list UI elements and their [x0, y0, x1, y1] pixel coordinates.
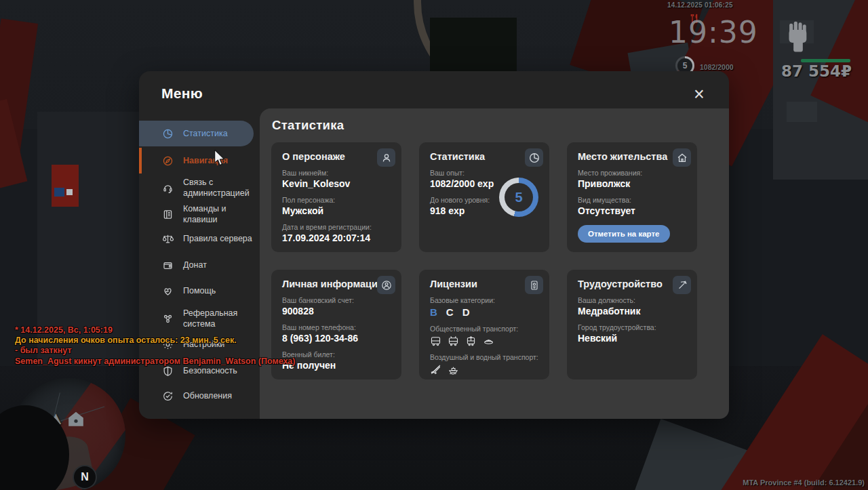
air-water-licenses [430, 364, 538, 375]
sidebar-item-label: Безопасность [183, 365, 258, 377]
heart-handshake-icon [162, 285, 174, 297]
shield-icon [162, 365, 174, 377]
field-value: 17.09.2024 20:07:14 [282, 232, 391, 243]
license-section-label: Воздушный и водный транспорт: [430, 353, 538, 361]
sidebar-item-commands-keys[interactable]: Команды и клавиши [139, 201, 258, 227]
sidebar-item-statistics[interactable]: Статистика [139, 121, 254, 146]
card-employment: Трудоустройство Ваша должность: Медработ… [567, 270, 697, 380]
trolleybus-icon [448, 335, 459, 346]
public-transport-licenses [430, 335, 538, 346]
field-label: Вид имущества: [578, 196, 686, 204]
id-card-icon [525, 276, 543, 294]
bg-vending-machine [52, 165, 79, 207]
xp-ring-level: 5 [515, 190, 522, 205]
field-label: Ваш никнейм: [282, 169, 391, 177]
game-screen: 14.12.2025 01:06:25 19:39 5 1082/2000 87… [0, 0, 868, 490]
ship-icon [448, 364, 459, 375]
field-value: Невский [578, 333, 686, 344]
menu-sidebar: Статистика Навигация Связь с администрац… [139, 71, 260, 419]
license-c: C [446, 306, 454, 318]
sidebar-item-label: Команды и клавиши [183, 203, 258, 226]
airplane-crossed-icon [430, 364, 441, 375]
mark-on-map-button[interactable]: Отметить на карте [578, 225, 670, 243]
field-label: Военный билет: [282, 350, 391, 359]
sidebar-item-admin-contact[interactable]: Связь с администрацией [139, 175, 258, 201]
field-value: Приволжск [578, 178, 686, 189]
chat-log: * 14.12.2025, Вс, 1:05:19 До начисления … [15, 325, 295, 367]
card-title: Статистика [430, 151, 538, 162]
card-title: Лицензии [430, 279, 538, 289]
field-label: Пол персонажа: [282, 196, 391, 204]
field-label: Ваша должность: [578, 296, 686, 304]
menu-content: Статистика О персонаже Ваш никнейм: Kevi… [260, 108, 729, 419]
scales-icon [162, 233, 174, 245]
person-icon [377, 148, 395, 167]
close-icon: × [694, 85, 705, 104]
field-label: Город трудоустройства: [578, 323, 686, 331]
sidebar-item-label: Обновления [183, 390, 258, 402]
license-b: B [430, 306, 437, 318]
sidebar-item-donate[interactable]: Донат [139, 255, 258, 275]
server-datetime: 14.12.2025 01:06:25 [667, 1, 742, 9]
field-value: 8 (963) 120-34-86 [282, 333, 391, 344]
book-icon [162, 209, 174, 220]
sidebar-item-server-rules[interactable]: Правила сервера [139, 228, 258, 249]
bg-window [430, 18, 517, 72]
fist-icon [785, 19, 811, 53]
field-label: Ваш номер телефона: [282, 323, 391, 331]
card-residence: Место жительства Место проживания: Приво… [567, 142, 697, 252]
content-heading: Статистика [272, 118, 344, 133]
sidebar-item-label: Помощь [183, 285, 258, 297]
close-button[interactable]: × [688, 83, 710, 105]
pie-chart-icon [525, 148, 543, 167]
license-d: D [462, 306, 470, 318]
field-value: 900828 [282, 306, 391, 317]
field-label: Ваш банковский счет: [282, 296, 391, 304]
pie-chart-icon [162, 128, 174, 140]
house-icon [673, 148, 691, 167]
card-title: Трудоустройство [578, 279, 686, 289]
sidebar-item-label: Статистика [183, 128, 254, 140]
chat-line: Semen_Agust кикнут администратором Benja… [15, 356, 295, 367]
service-cap-icon [483, 335, 494, 346]
field-value: Медработник [578, 306, 686, 317]
wallet-icon [162, 260, 174, 271]
money-amount: 87 554₽ [765, 62, 852, 80]
field-label: Дата и время регистрации: [282, 223, 391, 231]
sidebar-item-label: Связь с администрацией [183, 177, 258, 199]
chat-line: До начисления очков опыта осталось: 23 м… [15, 335, 295, 346]
xp-ring: 5 [499, 178, 538, 217]
build-label: MTA Province #4 (build: 6.12421.9) [743, 478, 865, 487]
update-check-icon [162, 390, 174, 402]
sidebar-item-updates[interactable]: Обновления [139, 386, 258, 406]
headset-icon [162, 182, 174, 194]
field-value: Отсутствует [578, 205, 686, 216]
license-section-label: Общественный транспорт: [430, 325, 538, 333]
field-value: Не получен [282, 360, 391, 371]
cursor-pointer [214, 150, 226, 167]
card-licenses: Лицензии Базовые категории: B C D Общест… [419, 270, 549, 380]
compass-icon [162, 155, 174, 167]
sidebar-item-help[interactable]: Помощь [139, 281, 258, 301]
card-title: Место жительства [578, 151, 686, 162]
chat-line: * 14.12.2025, Вс, 1:05:19 [15, 325, 295, 335]
home-marker-icon [67, 411, 85, 427]
game-clock: 19:39 [669, 15, 758, 49]
sidebar-item-label: Донат [183, 260, 258, 271]
card-title: О персонаже [282, 151, 391, 162]
card-title: Личная информация [282, 279, 391, 289]
compass-north-badge: N [73, 465, 97, 489]
tram-icon [465, 335, 477, 346]
chat-line: - был заткнут [15, 346, 295, 356]
stat-cards-grid: О персонаже Ваш никнейм: Kevin_Kolesov П… [271, 142, 697, 380]
field-value: Мужской [282, 205, 391, 216]
field-value: Kevin_Kolesov [282, 178, 391, 189]
sidebar-item-navigation[interactable]: Навигация [139, 148, 258, 173]
card-statistics: Статистика Ваш опыт: 1082/2000 exp До но… [419, 142, 549, 252]
bus-icon [430, 335, 441, 346]
license-categories: B C D [430, 306, 538, 318]
pickaxe-icon [673, 276, 691, 294]
person-circle-icon [377, 276, 395, 294]
xp-counter: 1082/2000 [700, 63, 734, 71]
field-label: Место проживания: [578, 169, 686, 177]
